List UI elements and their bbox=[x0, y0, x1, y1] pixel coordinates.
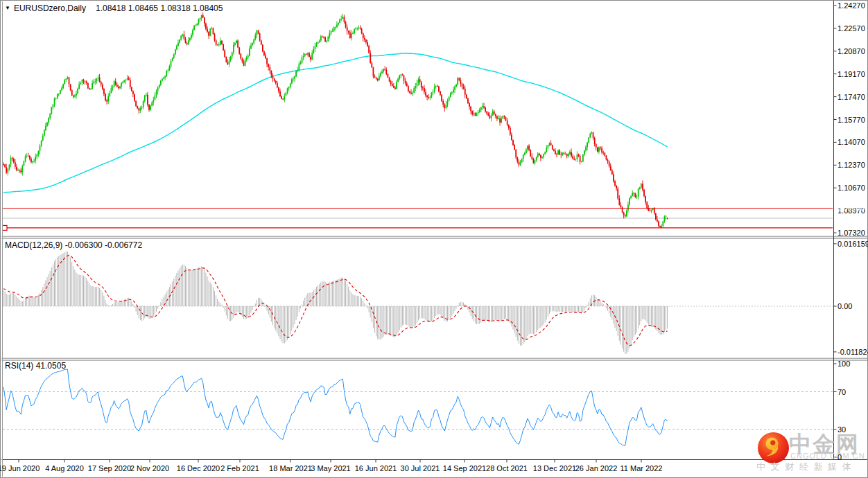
macd-panel bbox=[3, 251, 833, 354]
chart-title: ▼EURUSDzero,Daily1.08418 1.08465 1.08318… bbox=[5, 3, 223, 13]
collapse-arrow-icon[interactable]: ▼ bbox=[5, 5, 10, 11]
rsi-indicator-label: RSI(14) 41.0505 bbox=[5, 361, 66, 371]
rsi-panel bbox=[3, 369, 833, 445]
moving-average-line bbox=[3, 53, 668, 193]
current-price-tag: 1.08405 bbox=[834, 213, 868, 222]
cngold-logo-icon bbox=[757, 432, 790, 464]
watermark-tagline-text: 中 文 财 经 新 媒 体 bbox=[756, 461, 853, 473]
chart-plot-area[interactable] bbox=[0, 0, 868, 478]
resistance-price-tag: 1.09155 bbox=[834, 204, 868, 213]
ohlc-readout: 1.08418 1.08465 1.08318 1.08405 bbox=[96, 3, 223, 13]
hline-drag-handle[interactable] bbox=[2, 225, 7, 230]
candlestick-series bbox=[3, 12, 668, 228]
watermark-domain-text: CNGOLD.COM.CN bbox=[790, 452, 865, 460]
trading-chart-window: 中金网 CNGOLD.COM.CN 中 文 财 经 新 媒 体 1.08970 … bbox=[0, 0, 868, 478]
macd-histogram bbox=[3, 251, 668, 354]
support-price-tag: 1.07687 bbox=[834, 223, 868, 232]
rsi-line bbox=[3, 369, 668, 445]
main-price-panel bbox=[2, 12, 833, 230]
macd-indicator-label: MACD(12,26,9) -0.006300 -0.006772 bbox=[5, 240, 142, 250]
symbol-timeframe-label: EURUSDzero,Daily bbox=[14, 3, 86, 13]
